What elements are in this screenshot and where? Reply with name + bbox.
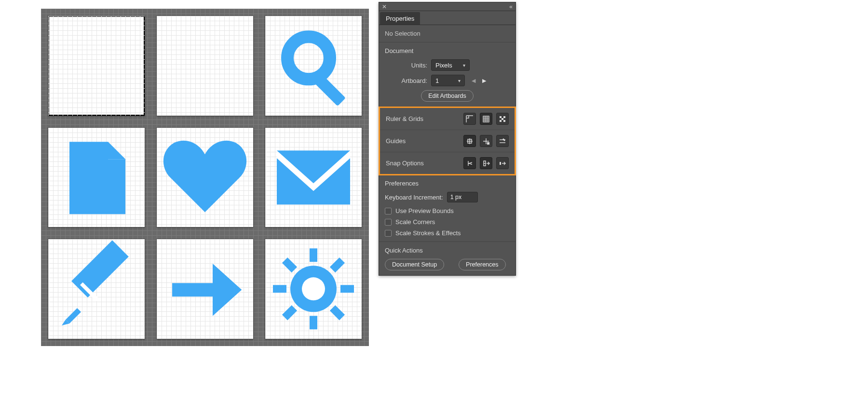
svg-rect-5: [172, 283, 217, 297]
artboard-value: 1: [435, 77, 439, 84]
artboard-next-button[interactable]: ▶: [480, 77, 488, 84]
guides-visibility-icon: [465, 137, 474, 146]
svg-rect-18: [502, 118, 503, 120]
pencil-icon: [48, 239, 145, 339]
svg-rect-22: [500, 162, 501, 165]
panel-tabs: Properties: [379, 11, 515, 25]
scale-strokes-checkbox[interactable]: Scale Strokes & Effects: [385, 229, 510, 237]
keyboard-increment-label: Keyboard Increment:: [385, 194, 443, 201]
svg-rect-7: [310, 249, 317, 262]
svg-rect-13: [282, 258, 297, 273]
toggle-rulers-button[interactable]: [463, 113, 476, 125]
snap-point-icon: [465, 159, 474, 168]
document-section: Document Units: Pixels ▾ Artboard: 1 ▾ ◀…: [379, 42, 515, 107]
use-preview-bounds-checkbox[interactable]: Use Preview Bounds: [385, 207, 510, 214]
artboard-prev-button[interactable]: ◀: [470, 77, 477, 84]
snap-to-point-button[interactable]: [463, 157, 476, 169]
toggle-transparency-grid-button[interactable]: [496, 113, 509, 125]
preferences-button[interactable]: Preferences: [459, 259, 505, 270]
panel-collapse-icon[interactable]: «: [509, 4, 513, 10]
guides-label: Guides: [386, 137, 406, 145]
svg-point-15: [302, 278, 325, 301]
units-select[interactable]: Pixels ▾: [431, 59, 470, 71]
artboard-label: Artboard:: [385, 77, 431, 84]
snap-to-pixel-button[interactable]: [496, 157, 509, 169]
show-guides-button[interactable]: [463, 135, 476, 147]
snap-pixel-icon: [498, 159, 507, 168]
lock-guides-icon: [482, 137, 490, 146]
toggle-grid-button[interactable]: [480, 113, 492, 125]
edit-artboards-button[interactable]: Edit Artboards: [421, 90, 474, 102]
artboard-select[interactable]: 1 ▾: [431, 75, 465, 86]
grid-guides-snap-highlight: Ruler & Grids Guides: [379, 107, 516, 175]
document-heading: Document: [385, 47, 510, 54]
artboard-9-gear[interactable]: [265, 239, 362, 339]
use-preview-bounds-label: Use Preview Bounds: [395, 207, 454, 214]
grid-icon: [482, 115, 490, 123]
units-label: Units:: [385, 62, 431, 69]
gear-icon: [265, 239, 362, 339]
svg-rect-21: [487, 142, 489, 145]
quick-actions-heading: Quick Actions: [385, 247, 510, 254]
snap-to-grid-button[interactable]: [480, 157, 492, 169]
svg-rect-10: [340, 285, 354, 293]
preferences-heading: Preferences: [385, 180, 510, 187]
preferences-section: Preferences Keyboard Increment: Use Prev…: [379, 175, 515, 242]
scale-corners-label: Scale Corners: [395, 218, 435, 226]
scale-corners-checkbox[interactable]: Scale Corners: [385, 218, 510, 226]
guides-row: Guides: [380, 130, 515, 152]
checkbox-icon: [385, 208, 392, 214]
artboard-4-file[interactable]: [48, 128, 145, 227]
svg-rect-17: [503, 116, 505, 118]
checkbox-icon: [385, 230, 392, 237]
svg-rect-11: [330, 258, 345, 273]
canvas-area[interactable]: [41, 9, 369, 346]
svg-point-0: [287, 37, 330, 79]
chevron-down-icon: ▾: [458, 78, 461, 83]
tab-properties[interactable]: Properties: [380, 12, 420, 25]
artboard-2-blank[interactable]: [157, 16, 253, 116]
panel-close-icon[interactable]: ✕: [382, 4, 387, 10]
quick-actions-section: Quick Actions Document Setup Preferences: [379, 242, 515, 275]
units-value: Pixels: [435, 62, 452, 69]
svg-rect-19: [500, 120, 502, 122]
smart-guides-icon: [498, 137, 507, 146]
ruler-icon: [465, 115, 474, 123]
svg-rect-12: [282, 306, 297, 321]
keyboard-increment-input[interactable]: [447, 192, 478, 202]
properties-panel: ✕ « Properties No Selection Document Uni…: [379, 2, 516, 276]
arrow-right-icon: [157, 239, 253, 339]
svg-rect-8: [310, 316, 317, 330]
transparency-grid-icon: [498, 115, 507, 123]
svg-rect-1: [313, 73, 346, 106]
svg-rect-20: [503, 120, 505, 122]
ruler-grids-row: Ruler & Grids: [380, 108, 515, 130]
selection-status: No Selection: [385, 30, 510, 37]
svg-rect-9: [273, 285, 286, 293]
svg-rect-3: [71, 241, 129, 298]
snap-grid-icon: [482, 159, 490, 168]
svg-rect-16: [500, 116, 502, 118]
panel-titlebar: ✕ «: [379, 2, 515, 11]
artboard-1-blank[interactable]: [48, 16, 145, 116]
artboard-grid: [48, 16, 362, 339]
svg-rect-14: [330, 306, 345, 321]
search-icon: [265, 16, 362, 116]
artboard-7-pencil[interactable]: [48, 239, 145, 339]
mail-icon: [265, 128, 362, 227]
artboard-3-search[interactable]: [265, 16, 362, 116]
artboard-8-arrow[interactable]: [157, 239, 253, 339]
scale-strokes-label: Scale Strokes & Effects: [395, 229, 461, 237]
svg-rect-2: [277, 150, 350, 204]
file-icon: [48, 128, 145, 227]
snap-options-row: Snap Options: [380, 152, 515, 174]
smart-guides-button[interactable]: [496, 135, 509, 147]
chevron-down-icon: ▾: [463, 63, 465, 68]
ruler-grids-label: Ruler & Grids: [386, 115, 423, 122]
checkbox-icon: [385, 219, 392, 226]
artboard-6-mail[interactable]: [265, 128, 362, 227]
document-setup-button[interactable]: Document Setup: [385, 259, 444, 270]
artboard-5-heart[interactable]: [157, 128, 253, 227]
selection-status-section: No Selection: [379, 25, 515, 42]
lock-guides-button[interactable]: [480, 135, 492, 147]
